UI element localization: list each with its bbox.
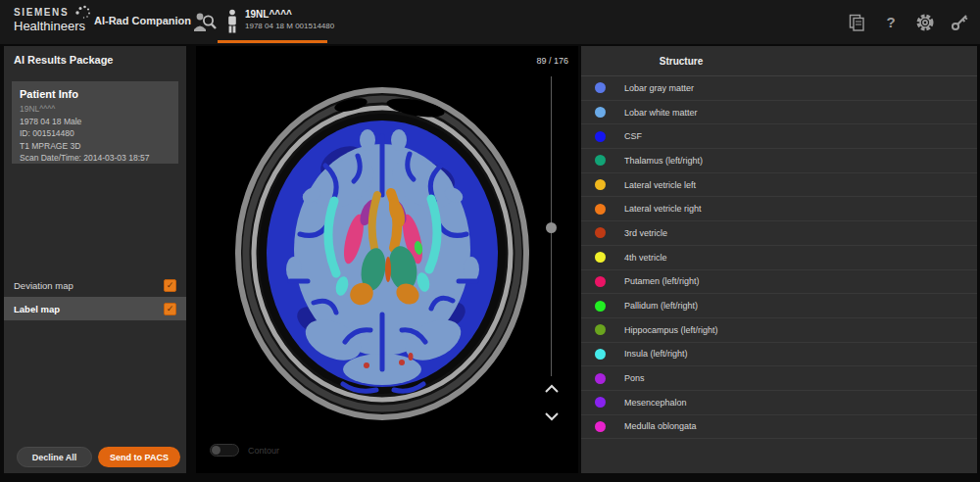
- sidebar-button-row: Decline All Send to PACS: [4, 447, 186, 467]
- chevron-up-icon[interactable]: [544, 384, 560, 394]
- structure-row[interactable]: Insula (left/right): [581, 343, 977, 367]
- top-bar: SIEMENS Healthineers AI-Rad Companion: [0, 0, 980, 44]
- structure-label: Lobar white matter: [624, 108, 698, 118]
- structure-color-dot: [595, 155, 606, 166]
- structure-label: Thalamus (left/right): [624, 156, 703, 166]
- structure-label: 4th vetricle: [624, 253, 667, 263]
- structure-color-dot: [595, 349, 606, 360]
- report-icon[interactable]: [846, 12, 867, 33]
- structure-label: Insula (left/right): [624, 349, 688, 359]
- layer-label: Label map: [14, 304, 60, 314]
- structure-color-dot: [595, 324, 606, 335]
- structure-color-dot: [595, 301, 606, 312]
- structure-row[interactable]: Lateral vetricle right: [581, 197, 977, 221]
- structure-list: Lobar gray matterLobar white matterCSFTh…: [581, 76, 977, 439]
- slice-indicator: 89 / 176: [536, 56, 568, 66]
- service-key-icon[interactable]: [949, 12, 970, 33]
- structure-column-header: Structure: [581, 46, 781, 75]
- structure-color-dot: [595, 397, 606, 408]
- chevron-down-icon[interactable]: [544, 411, 560, 421]
- structure-label: 3rd vetricle: [624, 228, 667, 238]
- patient-info-scan-line: Scan Date/Time: 2014-03-03 18:57: [20, 152, 171, 165]
- slice-slider-handle[interactable]: [546, 222, 557, 233]
- sidebar-title: AI Results Package: [14, 54, 114, 66]
- layer-label: Deviation map: [14, 280, 74, 291]
- structure-label: Hippocampus (left/right): [624, 325, 718, 335]
- healthineers-spark-icon: [74, 5, 92, 21]
- structure-color-dot: [595, 82, 606, 93]
- settings-gear-icon[interactable]: [914, 12, 936, 33]
- top-icon-group: ?: [846, 0, 970, 44]
- patient-info-title: Patient Info: [20, 88, 171, 100]
- structure-label: Putamen (left/right): [624, 276, 700, 286]
- structure-label: Pons: [624, 373, 645, 383]
- send-to-pacs-button[interactable]: Send to PACS: [98, 447, 180, 467]
- structure-row[interactable]: Putamen (left/right): [581, 270, 977, 295]
- structure-row[interactable]: 4th vetricle: [581, 246, 977, 270]
- structure-row[interactable]: Lateral vetricle left: [581, 173, 977, 198]
- contour-control: Contour: [210, 444, 279, 457]
- structure-row[interactable]: Lobar gray matter: [581, 76, 977, 101]
- structure-label: Pallidum (left/right): [624, 301, 698, 311]
- structure-row[interactable]: Medulla oblongata: [581, 415, 977, 440]
- contour-label: Contour: [248, 446, 279, 456]
- structure-label: Medulla oblongata: [624, 421, 697, 431]
- structure-label: Lateral vetricle left: [624, 180, 696, 190]
- patient-info-dob-line: 1978 04 18 Male: [20, 116, 171, 128]
- deviation-map-checkbox[interactable]: ✓: [164, 279, 176, 292]
- structure-color-dot: [595, 421, 606, 432]
- structure-color-dot: [595, 227, 606, 238]
- contour-toggle[interactable]: [210, 444, 239, 457]
- ai-results-sidebar: AI Results Package Patient Info 19NL^^^^…: [4, 46, 186, 473]
- layer-row-deviation-map[interactable]: Deviation map ✓: [4, 274, 186, 297]
- patient-tab-details: 1978 04 18 M 001514480: [245, 22, 334, 30]
- patient-info-mrn-line: ID: 001514480: [20, 127, 171, 140]
- brain-mri-slice-canvas[interactable]: [196, 46, 578, 473]
- structure-color-dot: [595, 276, 606, 287]
- active-tab-underline: [218, 40, 327, 43]
- layer-row-label-map[interactable]: Label map ✓: [4, 297, 186, 320]
- structure-panel: Structure Lobar gray matterLobar white m…: [581, 46, 977, 473]
- structure-color-dot: [595, 131, 606, 142]
- structure-row[interactable]: Pons: [581, 366, 977, 391]
- structure-label: Lobar gray matter: [624, 83, 694, 93]
- structure-row[interactable]: CSF: [581, 124, 977, 149]
- patient-tab-name: 19NL^^^^: [245, 9, 292, 20]
- image-viewer: 89 / 176 Contour: [196, 46, 578, 473]
- structure-row[interactable]: Hippocampus (left/right): [581, 318, 977, 343]
- label-map-checkbox[interactable]: ✓: [164, 303, 176, 315]
- structure-label: CSF: [624, 131, 642, 141]
- find-patient-icon[interactable]: [192, 10, 218, 35]
- patient-tab[interactable]: 19NL^^^^ 1978 04 18 M 001514480: [218, 0, 327, 44]
- structure-row[interactable]: 3rd vetricle: [581, 221, 977, 246]
- structure-row[interactable]: Lobar white matter: [581, 101, 977, 125]
- brand-line2: Healthineers: [14, 19, 85, 33]
- structure-row[interactable]: Pallidum (left/right): [581, 294, 977, 318]
- structure-row[interactable]: Thalamus (left/right): [581, 149, 977, 173]
- patient-info-id-line: 19NL^^^^: [20, 103, 171, 116]
- ai-rad-companion-app: SIEMENS Healthineers AI-Rad Companion: [0, 0, 980, 482]
- structure-color-dot: [595, 373, 606, 384]
- toggle-knob: [212, 446, 220, 455]
- decline-all-button[interactable]: Decline All: [17, 447, 92, 467]
- structure-color-dot: [595, 252, 606, 263]
- structure-label: Lateral vetricle right: [624, 204, 702, 214]
- structure-color-dot: [595, 179, 606, 190]
- patient-icon: [225, 9, 239, 34]
- structure-row[interactable]: Mesencephalon: [581, 391, 977, 415]
- patient-info-card: Patient Info 19NL^^^^ 1978 04 18 Male ID…: [12, 81, 178, 164]
- structure-color-dot: [595, 107, 606, 118]
- app-title: AI-Rad Companion: [94, 15, 191, 26]
- help-icon[interactable]: ?: [880, 12, 902, 33]
- structure-color-dot: [595, 204, 606, 215]
- structure-label: Mesencephalon: [624, 398, 687, 408]
- patient-info-series-line: T1 MPRAGE 3D: [20, 140, 171, 153]
